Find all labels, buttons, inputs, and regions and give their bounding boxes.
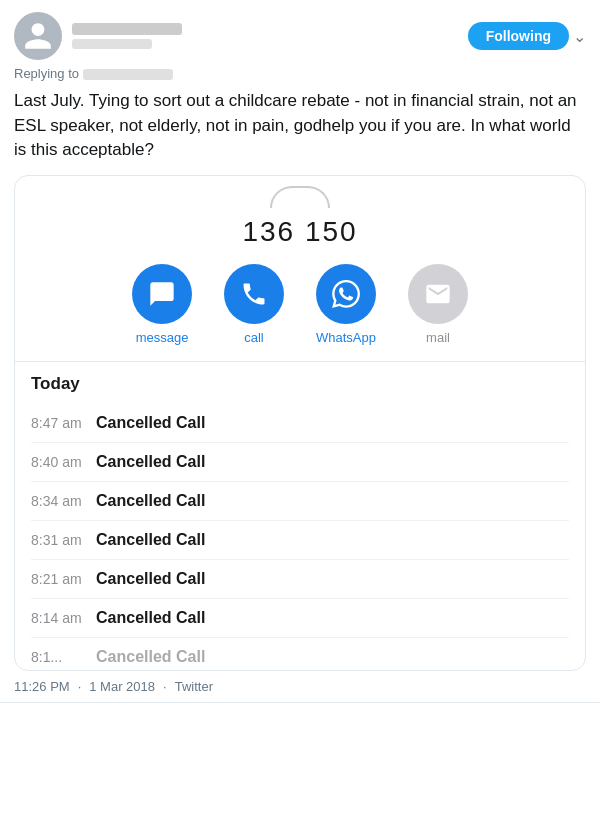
call-time-3: 8:31 am <box>31 532 96 548</box>
phone-notch-area <box>15 176 585 212</box>
call-button[interactable] <box>224 264 284 324</box>
message-action[interactable]: message <box>132 264 192 345</box>
follow-area: Following ⌄ <box>468 22 586 50</box>
follow-button[interactable]: Following <box>468 22 569 50</box>
message-button[interactable] <box>132 264 192 324</box>
call-entry-3: 8:31 am Cancelled Call <box>31 521 569 560</box>
tweet-user <box>14 12 182 60</box>
footer-dot: · <box>78 679 82 694</box>
whatsapp-button[interactable] <box>316 264 376 324</box>
call-entry-6: 8:1... Cancelled Call <box>31 638 569 670</box>
tweet-time: 11:26 PM <box>14 679 70 694</box>
phone-notch <box>270 186 330 208</box>
contact-actions: message call <box>15 264 585 361</box>
call-entry-0: 8:47 am Cancelled Call <box>31 404 569 443</box>
call-status-0: Cancelled Call <box>96 414 205 432</box>
call-log: Today 8:47 am Cancelled Call 8:40 am Can… <box>15 362 585 670</box>
call-label: call <box>244 330 264 345</box>
tweet-text: Last July. Tying to sort out a childcare… <box>14 89 586 163</box>
call-time-5: 8:14 am <box>31 610 96 626</box>
tweet-date: 1 Mar 2018 <box>89 679 155 694</box>
call-status-5: Cancelled Call <box>96 609 205 627</box>
user-info <box>72 23 182 49</box>
call-time-4: 8:21 am <box>31 571 96 587</box>
phone-number: 136 150 <box>15 212 585 264</box>
call-entry-5: 8:14 am Cancelled Call <box>31 599 569 638</box>
replying-to: Replying to <box>14 66 586 81</box>
tweet-footer: 11:26 PM · 1 Mar 2018 · Twitter <box>0 671 600 702</box>
call-entry-2: 8:34 am Cancelled Call <box>31 482 569 521</box>
chevron-down-icon[interactable]: ⌄ <box>573 27 586 46</box>
mail-button[interactable] <box>408 264 468 324</box>
whatsapp-label: WhatsApp <box>316 330 376 345</box>
call-entry-4: 8:21 am Cancelled Call <box>31 560 569 599</box>
call-time-6: 8:1... <box>31 649 96 665</box>
replying-name <box>83 69 173 80</box>
call-time-1: 8:40 am <box>31 454 96 470</box>
call-entry-1: 8:40 am Cancelled Call <box>31 443 569 482</box>
call-time-2: 8:34 am <box>31 493 96 509</box>
avatar[interactable] <box>14 12 62 60</box>
call-status-6: Cancelled Call <box>96 648 205 666</box>
tweet-source: Twitter <box>175 679 213 694</box>
whatsapp-action[interactable]: WhatsApp <box>316 264 376 345</box>
user-handle <box>72 39 152 49</box>
phone-card: 136 150 message <box>14 175 586 671</box>
tweet-header: Following ⌄ <box>14 12 586 60</box>
call-action[interactable]: call <box>224 264 284 345</box>
call-status-4: Cancelled Call <box>96 570 205 588</box>
footer-dot2: · <box>163 679 167 694</box>
mail-label: mail <box>426 330 450 345</box>
message-label: message <box>136 330 189 345</box>
call-status-1: Cancelled Call <box>96 453 205 471</box>
call-log-date: Today <box>31 374 569 394</box>
mail-action[interactable]: mail <box>408 264 468 345</box>
call-status-2: Cancelled Call <box>96 492 205 510</box>
call-status-3: Cancelled Call <box>96 531 205 549</box>
call-time-0: 8:47 am <box>31 415 96 431</box>
user-name <box>72 23 182 35</box>
